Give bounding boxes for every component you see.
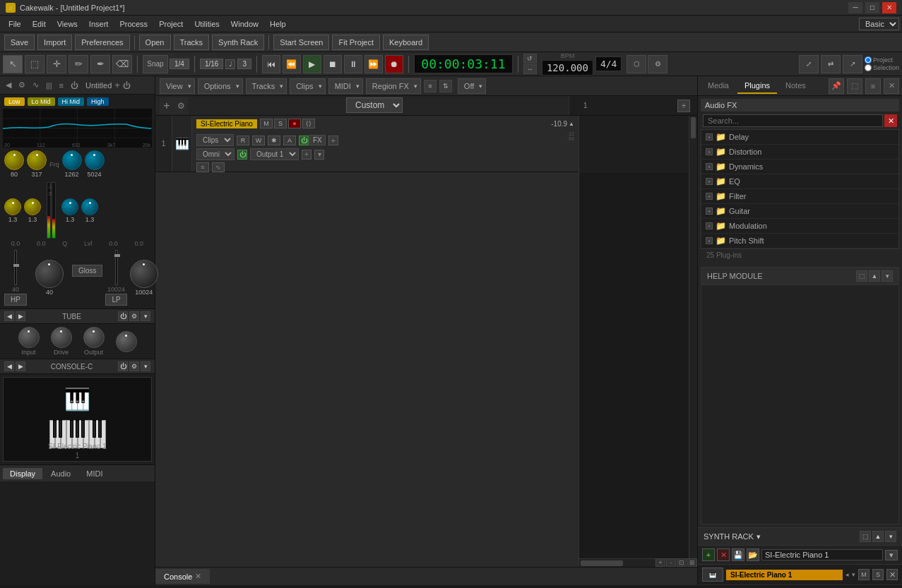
start-screen-button[interactable]: Start Screen: [273, 35, 329, 50]
help-up-icon[interactable]: ▲: [869, 270, 880, 282]
midi-tab[interactable]: MIDI: [79, 468, 109, 479]
selection-radio-label[interactable]: Selection: [865, 64, 899, 71]
main-knob[interactable]: [35, 260, 64, 288]
tab-pin-icon[interactable]: 📌: [829, 78, 844, 94]
delay-expand[interactable]: +: [706, 133, 713, 140]
clips-dropdown[interactable]: Clips: [290, 78, 325, 94]
options-dropdown[interactable]: Options: [198, 78, 243, 94]
left-spectrum-tab[interactable]: |||: [43, 80, 55, 91]
plugin-search-input[interactable]: [703, 114, 883, 127]
synth-dropdown-btn[interactable]: ▾: [885, 550, 898, 560]
hscroll-thumb[interactable]: [581, 560, 623, 566]
menu-file[interactable]: File: [3, 16, 27, 32]
region-fx-dropdown[interactable]: Region FX: [366, 78, 421, 94]
save-button[interactable]: Save: [4, 35, 35, 50]
output-add-btn[interactable]: +: [302, 150, 311, 160]
plugin-eq[interactable]: + 📁 EQ: [701, 174, 898, 189]
recarm-btn[interactable]: ●: [288, 119, 301, 128]
console-tab[interactable]: Console ✕: [155, 569, 210, 584]
add-project-btn[interactable]: +: [114, 80, 120, 90]
add-fx-btn[interactable]: +: [328, 136, 338, 145]
import-button[interactable]: Import: [37, 35, 72, 50]
hp-filter-btn[interactable]: HP: [4, 294, 27, 306]
draw-tool-button[interactable]: ✒: [90, 55, 110, 73]
main-knob2[interactable]: [130, 260, 158, 288]
synth-rack-pop-icon[interactable]: ⬚: [860, 531, 871, 542]
menu-edit[interactable]: Edit: [27, 16, 52, 32]
export-button[interactable]: ↗: [843, 55, 862, 73]
search-close-btn[interactable]: ✕: [884, 114, 897, 127]
select-tool-button[interactable]: ⬚: [25, 55, 44, 73]
settings2-button[interactable]: ⚙: [648, 55, 667, 73]
low-gain-knob[interactable]: [4, 198, 21, 215]
fast-forward-button[interactable]: ⏩: [364, 55, 383, 73]
lomid-gain-knob[interactable]: [24, 198, 41, 215]
synth-save-btn[interactable]: 💾: [732, 548, 744, 561]
play-button[interactable]: ▶: [303, 55, 321, 73]
keyboard-button[interactable]: Keyboard: [383, 35, 429, 50]
move-tool-button[interactable]: ✛: [47, 55, 66, 73]
tab-plugins[interactable]: Plugins: [737, 78, 777, 94]
menu-insert[interactable]: Insert: [83, 16, 114, 32]
zoom-reset-btn[interactable]: ⊞: [687, 558, 697, 567]
himid-freq-knob[interactable]: [62, 150, 82, 170]
rewind-button[interactable]: ⏪: [283, 55, 301, 73]
tab-notes[interactable]: Notes: [778, 78, 813, 94]
plugin-pitchshift[interactable]: + 📁 Pitch Shift: [701, 234, 898, 248]
tab-more-icon[interactable]: ≡: [865, 78, 881, 94]
tab-close-right-icon[interactable]: ✕: [884, 78, 899, 94]
off-dropdown[interactable]: Off: [458, 78, 486, 94]
zoom-in-btn[interactable]: +: [655, 558, 665, 567]
dynamics-expand[interactable]: +: [706, 163, 713, 170]
add-to-timeline-btn[interactable]: +: [677, 100, 690, 112]
tracks-button[interactable]: Tracks: [174, 35, 210, 50]
synth-close-btn[interactable]: ✕: [886, 569, 898, 580]
punch-button[interactable]: ↔: [523, 64, 537, 74]
synth-rack-button[interactable]: Synth Rack: [212, 35, 264, 50]
clips-select[interactable]: Clips: [196, 134, 234, 146]
left-lines-tab[interactable]: ≡: [57, 80, 66, 91]
fx-power-icon[interactable]: ⏻: [299, 136, 309, 145]
timesig-display[interactable]: 4/4: [595, 56, 622, 71]
plugin-delay[interactable]: + 📁 Delay: [701, 130, 898, 145]
star-btn[interactable]: ✱: [268, 136, 280, 145]
hp-slider[interactable]: [14, 250, 17, 285]
metronome-button[interactable]: ⬡: [627, 55, 646, 73]
left-settings-tab[interactable]: ⚙: [16, 79, 28, 91]
smart-tool-button[interactable]: ↖: [3, 55, 23, 73]
menu-help[interactable]: Help: [264, 16, 292, 32]
tube-settings-icon[interactable]: ⚙: [129, 311, 139, 321]
distortion-expand[interactable]: +: [706, 148, 713, 155]
w-btn[interactable]: W: [252, 136, 265, 145]
fx-section[interactable]: ⏻ FX: [299, 135, 326, 145]
bounce-button[interactable]: ⇄: [821, 55, 841, 73]
track-config-button[interactable]: ⚙: [174, 97, 188, 114]
mute-btn[interactable]: M: [260, 119, 273, 128]
tube-power-icon[interactable]: ⏻: [118, 311, 128, 321]
tracks-dropdown[interactable]: Tracks: [246, 78, 287, 94]
snap-button[interactable]: Snap: [143, 55, 168, 73]
guitar-expand[interactable]: +: [706, 208, 713, 215]
project-radio[interactable]: [865, 56, 872, 64]
track-toolbar-icon2[interactable]: ⇅: [439, 80, 452, 92]
tempo-display[interactable]: 120.000: [542, 60, 593, 76]
timeline-vscroll[interactable]: [689, 116, 697, 558]
menu-process[interactable]: Process: [114, 16, 153, 32]
tab-expand-icon[interactable]: ⬚: [847, 78, 862, 94]
fit-project-button[interactable]: Fit Project: [332, 35, 380, 50]
open-button[interactable]: Open: [139, 35, 171, 50]
plugin-dynamics[interactable]: + 📁 Dynamics: [701, 160, 898, 174]
tube-next-arrow[interactable]: ▶: [16, 311, 25, 321]
synth-solo-btn[interactable]: S: [872, 569, 884, 580]
view-dropdown[interactable]: View: [160, 78, 195, 94]
tab-media[interactable]: Media: [701, 78, 736, 94]
rewind-to-start-button[interactable]: ⏮: [262, 55, 280, 73]
zoom-out-btn[interactable]: -: [666, 558, 676, 567]
input-knob[interactable]: [18, 327, 40, 348]
left-power-tab[interactable]: ⏻: [68, 80, 81, 91]
modulation-expand[interactable]: +: [706, 222, 713, 229]
gloss-btn[interactable]: Gloss: [72, 265, 103, 277]
synth-add-btn[interactable]: +: [702, 548, 715, 561]
console-close-btn[interactable]: ✕: [195, 572, 201, 581]
himid-q-knob[interactable]: [61, 198, 78, 215]
